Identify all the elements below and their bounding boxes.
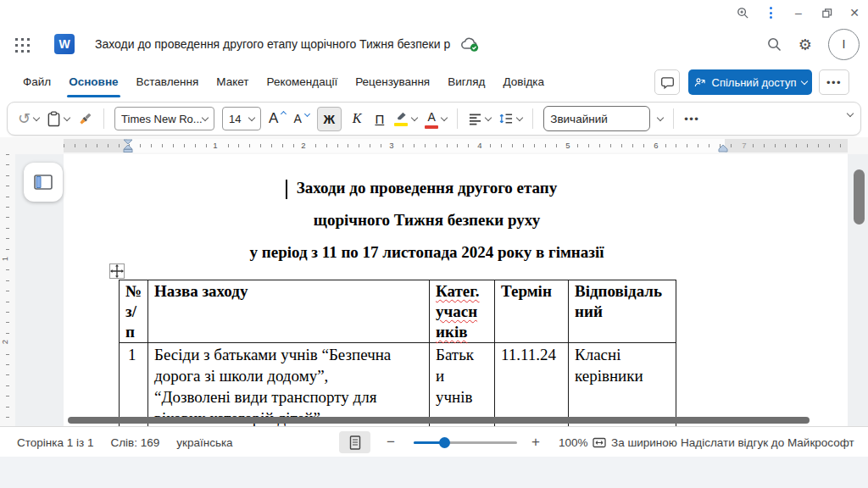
vertical-scrollbar[interactable] bbox=[854, 169, 865, 225]
avatar[interactable]: I bbox=[828, 29, 860, 60]
gear-icon[interactable]: ⚙ bbox=[798, 36, 812, 53]
table-header-cell[interactable]: Назва заходу bbox=[148, 280, 430, 343]
zoom-slider-thumb[interactable] bbox=[439, 437, 450, 448]
zoom-slider[interactable] bbox=[414, 427, 517, 458]
share-label: Спільний доступ bbox=[712, 76, 797, 89]
line-spacing-button[interactable] bbox=[498, 112, 522, 125]
document-title[interactable]: Заходи до проведення другого етапу щоріч… bbox=[95, 37, 450, 51]
navigation-pane-icon bbox=[34, 175, 53, 190]
horizontal-ruler[interactable]: 1 2 3 4 5 6 7 bbox=[64, 139, 848, 152]
fit-width-icon bbox=[593, 437, 606, 448]
tab-recommendations[interactable]: Рекомендації bbox=[265, 72, 340, 92]
zoom-out-button[interactable]: − bbox=[387, 427, 395, 458]
browser-menu-dots-icon[interactable] bbox=[764, 6, 777, 19]
search-icon[interactable] bbox=[766, 36, 782, 53]
tab-review[interactable]: Рецензування bbox=[353, 72, 431, 92]
toolbar: ↺ Times New Ro... 14 A A Ж K П A Звичайн… bbox=[7, 102, 861, 136]
style-select[interactable]: Звичайний bbox=[543, 106, 650, 131]
ruler-number: 7 bbox=[739, 141, 748, 150]
table-header-cell[interactable]: № з/ п bbox=[120, 280, 148, 343]
bold-button[interactable]: Ж bbox=[317, 107, 342, 131]
zoom-level[interactable]: 100% bbox=[559, 427, 588, 458]
undo-button[interactable]: ↺ bbox=[18, 111, 39, 126]
feedback-link[interactable]: Надіслати відгук до Майкрософт bbox=[681, 427, 854, 458]
toolbar-more-button[interactable]: ••• bbox=[684, 113, 699, 125]
table-header-cell[interactable]: Термін bbox=[495, 280, 569, 343]
italic-button[interactable]: K bbox=[349, 111, 365, 126]
paste-dropdown[interactable] bbox=[64, 114, 70, 120]
ruler-number: 6 bbox=[651, 141, 660, 150]
vertical-ruler[interactable]: 1 2 bbox=[0, 154, 15, 426]
table-cell[interactable]: 11.11.24 bbox=[495, 343, 569, 427]
shrink-font-button[interactable]: A bbox=[293, 112, 309, 125]
fit-width-button[interactable]: За шириною bbox=[593, 427, 677, 458]
first-line-indent-marker[interactable] bbox=[123, 139, 133, 152]
table-cell[interactable]: Класні керівники bbox=[569, 343, 676, 427]
grow-font-button[interactable]: A bbox=[269, 110, 286, 127]
ribbon-tabs-row: Файл Основне Вставлення Макет Рекомендац… bbox=[0, 63, 868, 100]
app-header: W Заходи до проведення другого етапу щор… bbox=[0, 25, 868, 63]
tab-view[interactable]: Вигляд bbox=[446, 72, 487, 92]
taskbar: 31 3 11 лист. 22:43 UA bbox=[0, 457, 868, 488]
page-view-button[interactable] bbox=[339, 431, 370, 453]
share-button[interactable]: Спільний доступ bbox=[688, 69, 812, 95]
table-header-cell[interactable]: Відповідаль ний bbox=[569, 280, 676, 343]
page-count[interactable]: Сторінка 1 із 1 bbox=[17, 436, 93, 449]
align-left-icon bbox=[468, 113, 482, 125]
font-name-select[interactable]: Times New Ro... bbox=[114, 107, 214, 130]
font-size-select[interactable]: 14 bbox=[222, 107, 261, 130]
app-launcher-grid-icon[interactable] bbox=[13, 36, 30, 53]
tab-layout[interactable]: Макет bbox=[214, 72, 250, 92]
horizontal-scrollbar[interactable] bbox=[68, 417, 810, 424]
word-logo[interactable]: W bbox=[54, 34, 75, 54]
ruler-number: 3 bbox=[387, 141, 396, 150]
align-button[interactable] bbox=[468, 113, 491, 125]
format-painter-button[interactable] bbox=[77, 111, 93, 127]
ruler-number: 1 bbox=[210, 141, 220, 150]
page-view-icon bbox=[349, 435, 361, 450]
highlight-button[interactable] bbox=[394, 111, 417, 126]
highlighter-icon bbox=[394, 111, 409, 122]
table-move-handle[interactable] bbox=[109, 263, 125, 279]
table-cell[interactable]: 1 bbox=[120, 343, 148, 427]
table-cell[interactable]: Бесіди з батьками учнів “Безпечна дорога… bbox=[148, 343, 430, 427]
ruler-number: 2 bbox=[0, 338, 9, 346]
clipboard-icon bbox=[47, 111, 61, 127]
ruler-number: 4 bbox=[475, 141, 484, 150]
doc-title-line-1[interactable]: Заходи до проведення другого етапу bbox=[129, 179, 725, 197]
table-cell[interactable]: Батьк и учнів bbox=[430, 343, 495, 427]
doc-title-line-3[interactable]: у період з 11 по 17 листопада 2024 року … bbox=[129, 243, 725, 262]
right-indent-marker[interactable] bbox=[718, 144, 728, 152]
navigation-pane-button[interactable] bbox=[24, 163, 63, 202]
share-person-icon bbox=[693, 76, 706, 89]
doc-table[interactable]: № з/ п Назва заходу Катег. учасн иків Те… bbox=[119, 280, 676, 426]
comments-button[interactable] bbox=[654, 69, 680, 95]
cloud-saved-icon[interactable] bbox=[460, 36, 481, 53]
word-count[interactable]: Слів: 169 bbox=[110, 436, 159, 449]
zoom-in-button[interactable]: + bbox=[531, 427, 540, 458]
format-painter-icon bbox=[77, 111, 93, 127]
paste-button[interactable] bbox=[47, 111, 70, 127]
undo-dropdown[interactable] bbox=[33, 114, 40, 120]
ruler-number: 1 bbox=[0, 255, 9, 263]
font-color-button[interactable]: A bbox=[425, 109, 447, 129]
tab-help[interactable]: Довідка bbox=[501, 72, 546, 92]
underline-button[interactable]: П bbox=[372, 112, 387, 126]
language[interactable]: українська bbox=[176, 436, 232, 449]
tab-insert[interactable]: Вставлення bbox=[135, 72, 201, 92]
style-dropdown[interactable] bbox=[657, 114, 664, 120]
window-titlebar: – ✕ bbox=[0, 0, 868, 25]
restore-button[interactable] bbox=[820, 6, 833, 19]
minimize-button[interactable]: – bbox=[792, 6, 805, 19]
tab-home[interactable]: Основне bbox=[67, 72, 120, 92]
zoom-window-icon[interactable] bbox=[736, 6, 749, 19]
page[interactable]: Заходи до проведення другого етапу щоріч… bbox=[64, 154, 848, 426]
ribbon-tabs: Файл Основне Вставлення Макет Рекомендац… bbox=[21, 63, 546, 100]
close-button[interactable]: ✕ bbox=[848, 6, 861, 19]
table-header-cell[interactable]: Катег. учасн иків bbox=[430, 280, 495, 343]
doc-title-line-2[interactable]: щорічного Тижня безпеки руху bbox=[129, 211, 725, 230]
ribbon-more-button[interactable]: ••• bbox=[819, 69, 849, 95]
tab-file[interactable]: Файл bbox=[21, 72, 53, 92]
status-bar: Сторінка 1 із 1 Слів: 169 українська − +… bbox=[0, 426, 868, 457]
ruler-number: 5 bbox=[563, 141, 572, 150]
